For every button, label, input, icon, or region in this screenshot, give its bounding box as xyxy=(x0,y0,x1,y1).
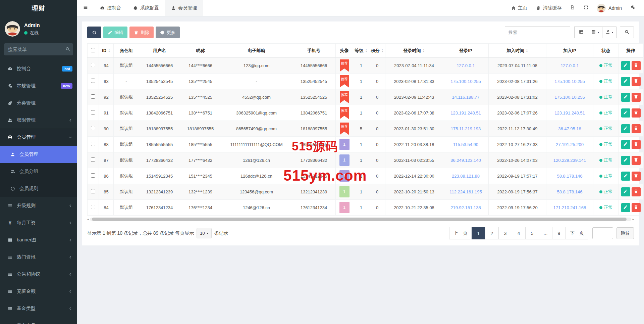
detail-view-button[interactable] xyxy=(574,27,588,38)
row-checkbox[interactable] xyxy=(91,126,95,130)
row-checkbox[interactable] xyxy=(91,157,95,162)
column-header-check[interactable] xyxy=(88,44,99,58)
join-ip-link[interactable]: 27.191.25.200 xyxy=(556,142,584,147)
sidebar-item-会员规则[interactable]: 会员规则 xyxy=(0,180,77,197)
column-header-join_time[interactable]: 加入时间▲▼ xyxy=(489,44,546,58)
row-checkbox[interactable] xyxy=(91,63,95,67)
row-delete-button[interactable] xyxy=(632,108,641,118)
login-ip-link[interactable]: 36.249.123.140 xyxy=(450,158,481,163)
row-checkbox[interactable] xyxy=(91,142,95,146)
tab-控制台[interactable]: 控制台 xyxy=(94,0,127,16)
sidebar-item-会员管理[interactable]: 会员管理 xyxy=(0,146,77,163)
row-checkbox[interactable] xyxy=(91,94,95,99)
delete-button[interactable]: 删除 xyxy=(129,27,154,38)
sort-icon[interactable]: ▲▼ xyxy=(381,49,384,53)
row-delete-button[interactable] xyxy=(632,140,641,149)
page-button[interactable]: 1 xyxy=(472,227,485,239)
row-delete-button[interactable] xyxy=(632,93,641,102)
next-page-button[interactable]: 下一页 xyxy=(566,227,588,239)
sidebar-item-权限管理[interactable]: 权限管理 xyxy=(0,111,77,129)
scroll-left-icon[interactable]: ◂ xyxy=(87,218,90,221)
refresh-button[interactable] xyxy=(87,27,101,38)
sidebar-item-热门资讯[interactable]: 热门资讯 xyxy=(0,248,77,266)
row-edit-button[interactable] xyxy=(621,203,630,212)
sidebar-item-升级规则[interactable]: 升级规则 xyxy=(0,197,77,214)
row-edit-button[interactable] xyxy=(621,140,630,149)
row-edit-button[interactable] xyxy=(621,124,630,133)
column-header-id[interactable]: ID▲▼ xyxy=(99,44,114,58)
scrollbar-thumb[interactable] xyxy=(92,218,627,221)
sidebar-item-基金商品[interactable]: 基金商品 xyxy=(0,317,77,324)
more-button[interactable]: 更多 xyxy=(156,27,180,38)
join-ip-link[interactable]: 58.8.178.146 xyxy=(557,174,583,179)
sidebar-item-会员管理[interactable]: 会员管理 xyxy=(0,129,77,146)
tab-系统配置[interactable]: 系统配置 xyxy=(127,0,165,16)
row-edit-button[interactable] xyxy=(621,77,630,86)
sidebar-item-控制台[interactable]: 控制台hot xyxy=(0,60,77,77)
join-ip-link[interactable]: 36.47.95.18 xyxy=(558,126,581,131)
admin-menu[interactable]: Admin xyxy=(593,4,626,13)
sort-icon[interactable]: ▲▼ xyxy=(365,49,368,53)
row-delete-button[interactable] xyxy=(632,124,641,133)
page-jump-button[interactable]: 跳转 xyxy=(616,227,634,239)
join-ip-link[interactable]: 123.191.248.51 xyxy=(554,110,585,115)
login-ip-link[interactable]: 127.0.0.1 xyxy=(457,63,475,68)
join-ip-link[interactable]: 171.210.241.168 xyxy=(553,205,586,210)
menu-toggle-button[interactable] xyxy=(77,0,94,16)
row-edit-button[interactable] xyxy=(621,156,630,165)
sidebar-item-banner图[interactable]: banner图 xyxy=(0,231,77,248)
home-link[interactable]: 主页 xyxy=(507,0,532,16)
row-delete-button[interactable] xyxy=(632,172,641,181)
sidebar-item-常规管理[interactable]: 常规管理new xyxy=(0,77,77,94)
search-button[interactable] xyxy=(620,27,634,38)
sidebar-item-分类管理[interactable]: 分类管理 xyxy=(0,94,77,111)
prev-page-button[interactable]: 上一页 xyxy=(449,227,472,239)
fullscreen-button[interactable] xyxy=(579,0,593,16)
row-edit-button[interactable] xyxy=(621,187,630,196)
page-button[interactable]: 3 xyxy=(498,227,512,239)
scroll-right-icon[interactable]: ▸ xyxy=(631,218,634,221)
join-ip-link[interactable]: 127.0.0.1 xyxy=(560,63,579,68)
row-delete-button[interactable] xyxy=(632,77,641,86)
scrollbar-track[interactable] xyxy=(90,218,631,221)
row-checkbox[interactable] xyxy=(91,205,95,209)
page-button[interactable]: ... xyxy=(539,227,552,239)
tab-会员管理[interactable]: 会员管理 xyxy=(165,0,203,16)
login-ip-link[interactable]: 123.191.248.51 xyxy=(450,110,481,115)
row-checkbox[interactable] xyxy=(91,189,95,193)
row-delete-button[interactable] xyxy=(632,61,641,70)
clear-cache-link[interactable]: 清除缓存 xyxy=(532,0,566,16)
join-ip-link[interactable]: 175.100.10.255 xyxy=(554,79,585,84)
columns-button[interactable]: ▾ xyxy=(588,27,602,38)
table-search-input[interactable] xyxy=(505,27,570,38)
edit-button[interactable]: 编辑 xyxy=(103,27,127,38)
join-ip-link[interactable]: 120.229.239.141 xyxy=(553,158,586,163)
login-ip-link[interactable]: 175.100.10.255 xyxy=(450,79,481,84)
page-size-select[interactable]: 10▴ xyxy=(197,228,211,238)
row-checkbox[interactable] xyxy=(91,79,95,83)
row-delete-button[interactable] xyxy=(632,203,641,212)
sidebar-item-公告和协议[interactable]: 公告和协议 xyxy=(0,266,77,283)
page-jump-input[interactable] xyxy=(592,227,613,239)
sidebar-item-会员分组[interactable]: 会员分组 xyxy=(0,163,77,180)
row-delete-button[interactable] xyxy=(632,156,641,165)
language-button[interactable] xyxy=(566,0,579,16)
sort-icon[interactable]: ▲▼ xyxy=(423,49,425,53)
column-header-score[interactable]: 积分▲▼ xyxy=(369,44,385,58)
login-ip-link[interactable]: 115.53.54.90 xyxy=(453,142,478,147)
settings-button[interactable] xyxy=(626,0,639,16)
join-ip-link[interactable]: 58.8.178.146 xyxy=(557,189,583,194)
sidebar-item-基金类型[interactable]: 基金类型 xyxy=(0,300,77,317)
page-button[interactable]: 9 xyxy=(552,227,566,239)
sort-icon[interactable]: ▲▼ xyxy=(108,49,110,53)
select-all-checkbox[interactable] xyxy=(91,48,95,52)
row-delete-button[interactable] xyxy=(632,187,641,196)
export-button[interactable]: ▾ xyxy=(602,27,616,38)
page-button[interactable]: 2 xyxy=(485,227,499,239)
column-header-login_time[interactable]: 登录时间▲▼ xyxy=(385,44,443,58)
row-edit-button[interactable] xyxy=(621,172,630,181)
row-edit-button[interactable] xyxy=(621,93,630,102)
join-ip-link[interactable]: 175.100.10.255 xyxy=(554,95,585,100)
login-ip-link[interactable]: 112.224.161.195 xyxy=(449,189,482,194)
sidebar-item-每月工资[interactable]: ¥每月工资 xyxy=(0,214,77,231)
